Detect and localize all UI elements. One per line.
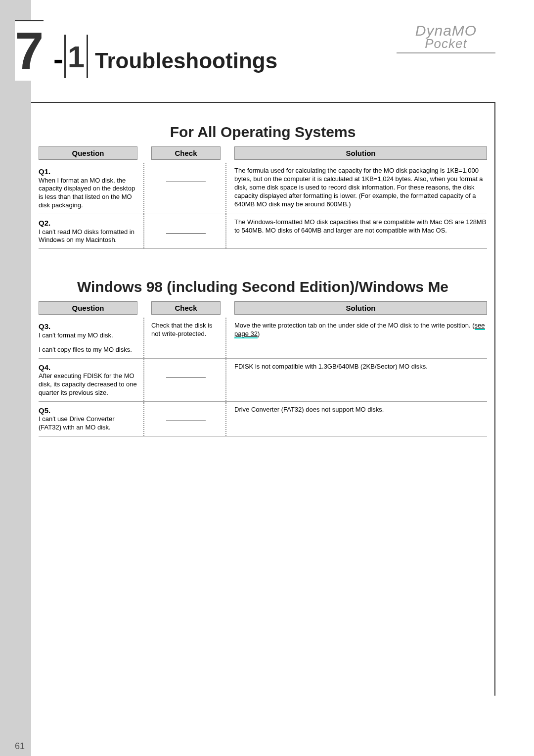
question-label: Q3.: [39, 322, 137, 331]
table-row: Q4. After executing FDISK for the MO dis…: [39, 359, 487, 402]
sub-number: 1: [68, 39, 85, 74]
question-text: I can't format my MO disk.: [39, 331, 137, 340]
check-empty-line: [166, 233, 206, 234]
brand-bottom: Pocket: [397, 36, 495, 51]
dotted-separator: [225, 163, 226, 214]
question-label: Q5.: [39, 406, 137, 416]
solution-text: Move the write protection tab on the und…: [234, 322, 487, 354]
header-question: Question: [39, 301, 137, 315]
header-solution: Solution: [234, 146, 487, 160]
content-area: For All Operating Systems Question Check…: [39, 124, 487, 436]
dotted-separator: [143, 214, 144, 248]
question-label: Q4.: [39, 363, 137, 373]
solution-pre: Move the write protection tab on the und…: [234, 322, 475, 329]
table-row: Q1. When I format an MO disk, the capaci…: [39, 163, 487, 214]
table-headers: Question Check Solution: [39, 301, 487, 315]
dotted-separator: [225, 402, 226, 436]
solution-text: The formula used for calculating the cap…: [234, 167, 487, 210]
question-label: Q2.: [39, 218, 137, 228]
check-text: Check that the disk is not write-protect…: [151, 322, 221, 354]
dotted-separator: [225, 359, 226, 401]
solution-text: The Windows-formatted MO disk capacities…: [234, 218, 487, 244]
check-empty-line: [166, 421, 206, 421]
dotted-separator: [143, 359, 144, 401]
chapter-number: 7: [15, 20, 44, 81]
dotted-separator: [225, 214, 226, 248]
brand-underline: [397, 52, 495, 53]
solution-text: Drive Converter (FAT32) does not support…: [234, 406, 487, 432]
table-headers: Question Check Solution: [39, 146, 487, 160]
page-title: Troubleshootings: [95, 48, 277, 73]
check-empty-line: [166, 182, 206, 182]
question-label: Q1.: [39, 167, 137, 177]
subsection-title-1: For All Operating Systems: [39, 124, 487, 141]
dotted-separator: [143, 318, 144, 358]
table-row: Q3. I can't format my MO disk. I can't c…: [39, 318, 487, 358]
question-text: I can't use Drive Converter (FAT32) with…: [39, 415, 137, 432]
dotted-separator: [143, 402, 144, 436]
question-text: After executing FDISK for the MO disk, i…: [39, 372, 137, 397]
check-empty-line: [166, 378, 206, 378]
subsection-title-2: Windows 98 (including Second Edition)/Wi…: [39, 279, 487, 295]
header-check: Check: [151, 301, 221, 315]
side-bar: [0, 0, 31, 756]
header-question: Question: [39, 146, 137, 160]
page-number: 61: [15, 741, 25, 752]
title-rule-v: [494, 102, 495, 696]
section-dash: -: [53, 42, 63, 76]
table-row: Q2. I can't read MO disks formatted in W…: [39, 214, 487, 249]
table-row: Q5. I can't use Drive Converter (FAT32) …: [39, 402, 487, 436]
dotted-separator: [143, 163, 144, 214]
solution-text: FDISK is not compatible with 1.3GB/640MB…: [234, 363, 487, 397]
solution-post: ): [258, 330, 260, 337]
title-rule-h: [31, 102, 495, 103]
dotted-separator: [225, 318, 226, 358]
brand-label: DynaMO Pocket: [397, 22, 495, 53]
question-text: I can't copy files to my MO disks.: [39, 346, 137, 354]
header-check: Check: [151, 146, 221, 160]
question-text: When I format an MO disk, the capacity d…: [39, 177, 137, 210]
header-solution: Solution: [234, 301, 487, 315]
question-text: I can't read MO disks formatted in Windo…: [39, 228, 137, 245]
